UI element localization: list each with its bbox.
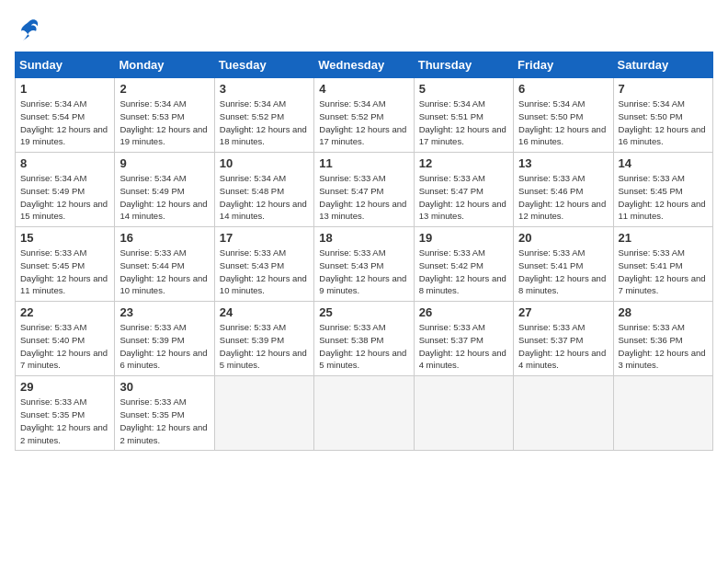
calendar-cell: 14 Sunrise: 5:33 AMSunset: 5:45 PMDaylig… (613, 153, 712, 227)
day-info: Sunrise: 5:34 AMSunset: 5:52 PMDaylight:… (220, 98, 309, 148)
day-number: 10 (220, 156, 309, 170)
day-info: Sunrise: 5:34 AMSunset: 5:48 PMDaylight:… (220, 172, 309, 223)
day-number: 15 (20, 231, 109, 245)
day-number: 14 (619, 156, 708, 170)
day-header: Monday (115, 52, 214, 78)
calendar-body: 1 Sunrise: 5:34 AMSunset: 5:54 PMDayligh… (16, 78, 713, 451)
day-number: 29 (20, 380, 109, 394)
calendar-cell: 15 Sunrise: 5:33 AMSunset: 5:45 PMDaylig… (16, 227, 115, 302)
calendar-cell (613, 376, 712, 451)
day-number: 1 (20, 82, 109, 96)
logo-icon (15, 15, 44, 44)
day-number: 26 (419, 305, 508, 319)
day-number: 19 (419, 231, 508, 245)
day-info: Sunrise: 5:33 AMSunset: 5:42 PMDaylight:… (419, 247, 508, 297)
day-header: Thursday (414, 52, 513, 78)
logo (15, 15, 48, 44)
calendar-week: 1 Sunrise: 5:34 AMSunset: 5:54 PMDayligh… (16, 78, 713, 153)
calendar-week: 15 Sunrise: 5:33 AMSunset: 5:45 PMDaylig… (16, 227, 713, 302)
calendar-cell (214, 376, 313, 451)
day-info: Sunrise: 5:34 AMSunset: 5:51 PMDaylight:… (419, 98, 508, 148)
calendar-cell: 29 Sunrise: 5:33 AMSunset: 5:35 PMDaylig… (16, 376, 115, 451)
day-number: 24 (220, 305, 309, 319)
day-info: Sunrise: 5:33 AMSunset: 5:47 PMDaylight:… (419, 172, 508, 223)
calendar-cell: 19 Sunrise: 5:33 AMSunset: 5:42 PMDaylig… (414, 227, 513, 302)
calendar-cell: 26 Sunrise: 5:33 AMSunset: 5:37 PMDaylig… (414, 302, 513, 376)
day-info: Sunrise: 5:33 AMSunset: 5:43 PMDaylight:… (319, 247, 408, 297)
calendar-cell (414, 376, 513, 451)
calendar-cell: 30 Sunrise: 5:33 AMSunset: 5:35 PMDaylig… (115, 376, 214, 451)
calendar-cell: 21 Sunrise: 5:33 AMSunset: 5:41 PMDaylig… (613, 227, 712, 302)
day-number: 22 (20, 305, 109, 319)
calendar-table: SundayMondayTuesdayWednesdayThursdayFrid… (15, 52, 713, 451)
calendar-week: 22 Sunrise: 5:33 AMSunset: 5:40 PMDaylig… (16, 302, 713, 376)
day-header: Tuesday (214, 52, 313, 78)
calendar-cell: 27 Sunrise: 5:33 AMSunset: 5:37 PMDaylig… (514, 302, 613, 376)
day-info: Sunrise: 5:33 AMSunset: 5:39 PMDaylight:… (119, 321, 209, 372)
calendar-week: 29 Sunrise: 5:33 AMSunset: 5:35 PMDaylig… (16, 376, 713, 451)
day-info: Sunrise: 5:34 AMSunset: 5:53 PMDaylight:… (119, 98, 209, 148)
day-number: 21 (619, 231, 708, 245)
day-number: 13 (518, 156, 608, 170)
day-info: Sunrise: 5:34 AMSunset: 5:52 PMDaylight:… (319, 98, 408, 148)
day-number: 7 (619, 82, 708, 96)
day-info: Sunrise: 5:33 AMSunset: 5:39 PMDaylight:… (220, 321, 309, 372)
day-number: 11 (319, 156, 408, 170)
day-info: Sunrise: 5:33 AMSunset: 5:45 PMDaylight:… (20, 247, 109, 297)
calendar-cell: 6 Sunrise: 5:34 AMSunset: 5:50 PMDayligh… (514, 78, 613, 153)
day-number: 30 (119, 380, 209, 394)
day-info: Sunrise: 5:33 AMSunset: 5:47 PMDaylight:… (319, 172, 408, 223)
day-header: Wednesday (314, 52, 414, 78)
day-number: 8 (20, 156, 109, 170)
day-info: Sunrise: 5:33 AMSunset: 5:40 PMDaylight:… (20, 321, 109, 372)
day-info: Sunrise: 5:33 AMSunset: 5:41 PMDaylight:… (518, 247, 608, 297)
calendar-cell: 16 Sunrise: 5:33 AMSunset: 5:44 PMDaylig… (115, 227, 214, 302)
calendar-cell: 20 Sunrise: 5:33 AMSunset: 5:41 PMDaylig… (514, 227, 613, 302)
calendar-week: 8 Sunrise: 5:34 AMSunset: 5:49 PMDayligh… (16, 153, 713, 227)
calendar-cell: 8 Sunrise: 5:34 AMSunset: 5:49 PMDayligh… (16, 153, 115, 227)
calendar-cell: 28 Sunrise: 5:33 AMSunset: 5:36 PMDaylig… (613, 302, 712, 376)
day-number: 25 (319, 305, 408, 319)
day-header: Saturday (613, 52, 712, 78)
calendar-header: SundayMondayTuesdayWednesdayThursdayFrid… (16, 52, 713, 78)
day-info: Sunrise: 5:33 AMSunset: 5:43 PMDaylight:… (220, 247, 309, 297)
day-number: 20 (518, 231, 608, 245)
day-info: Sunrise: 5:34 AMSunset: 5:50 PMDaylight:… (619, 98, 708, 148)
calendar-cell: 12 Sunrise: 5:33 AMSunset: 5:47 PMDaylig… (414, 153, 513, 227)
day-number: 2 (119, 82, 209, 96)
calendar-cell: 24 Sunrise: 5:33 AMSunset: 5:39 PMDaylig… (214, 302, 313, 376)
calendar-cell (314, 376, 414, 451)
calendar-cell: 9 Sunrise: 5:34 AMSunset: 5:49 PMDayligh… (115, 153, 214, 227)
day-info: Sunrise: 5:34 AMSunset: 5:50 PMDaylight:… (518, 98, 608, 148)
day-info: Sunrise: 5:33 AMSunset: 5:45 PMDaylight:… (619, 172, 708, 223)
calendar-cell: 1 Sunrise: 5:34 AMSunset: 5:54 PMDayligh… (16, 78, 115, 153)
day-number: 4 (319, 82, 408, 96)
calendar-cell: 4 Sunrise: 5:34 AMSunset: 5:52 PMDayligh… (314, 78, 414, 153)
day-info: Sunrise: 5:33 AMSunset: 5:41 PMDaylight:… (619, 247, 708, 297)
calendar-cell: 5 Sunrise: 5:34 AMSunset: 5:51 PMDayligh… (414, 78, 513, 153)
day-number: 9 (119, 156, 209, 170)
day-number: 18 (319, 231, 408, 245)
day-info: Sunrise: 5:33 AMSunset: 5:46 PMDaylight:… (518, 172, 608, 223)
day-info: Sunrise: 5:33 AMSunset: 5:37 PMDaylight:… (419, 321, 508, 372)
day-info: Sunrise: 5:33 AMSunset: 5:35 PMDaylight:… (20, 396, 109, 446)
calendar-cell: 10 Sunrise: 5:34 AMSunset: 5:48 PMDaylig… (214, 153, 313, 227)
calendar-cell: 17 Sunrise: 5:33 AMSunset: 5:43 PMDaylig… (214, 227, 313, 302)
day-number: 28 (619, 305, 708, 319)
calendar-cell: 2 Sunrise: 5:34 AMSunset: 5:53 PMDayligh… (115, 78, 214, 153)
day-info: Sunrise: 5:34 AMSunset: 5:49 PMDaylight:… (20, 172, 109, 223)
day-info: Sunrise: 5:33 AMSunset: 5:36 PMDaylight:… (619, 321, 708, 372)
day-number: 12 (419, 156, 508, 170)
calendar-cell: 13 Sunrise: 5:33 AMSunset: 5:46 PMDaylig… (514, 153, 613, 227)
day-number: 3 (220, 82, 309, 96)
calendar-cell: 11 Sunrise: 5:33 AMSunset: 5:47 PMDaylig… (314, 153, 414, 227)
calendar-cell (514, 376, 613, 451)
day-number: 17 (220, 231, 309, 245)
calendar-cell: 18 Sunrise: 5:33 AMSunset: 5:43 PMDaylig… (314, 227, 414, 302)
day-header: Friday (514, 52, 613, 78)
calendar-cell: 7 Sunrise: 5:34 AMSunset: 5:50 PMDayligh… (613, 78, 712, 153)
day-number: 5 (419, 82, 508, 96)
calendar-cell: 25 Sunrise: 5:33 AMSunset: 5:38 PMDaylig… (314, 302, 414, 376)
day-info: Sunrise: 5:34 AMSunset: 5:49 PMDaylight:… (119, 172, 209, 223)
day-header: Sunday (16, 52, 115, 78)
